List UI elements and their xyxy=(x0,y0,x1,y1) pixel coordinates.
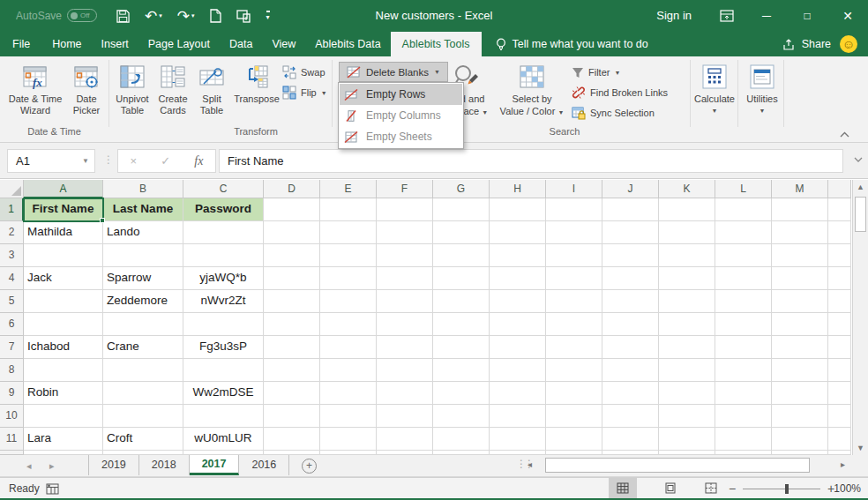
cell-F8[interactable] xyxy=(377,359,433,382)
vertical-scrollbar[interactable]: ▲ ▼ xyxy=(852,180,868,455)
row-header-1[interactable]: 1 xyxy=(0,198,24,221)
cell-M7[interactable] xyxy=(772,336,828,359)
cell-N8[interactable] xyxy=(828,359,851,382)
cell-J9[interactable] xyxy=(602,382,659,405)
cell-G9[interactable] xyxy=(433,382,490,405)
cell-M8[interactable] xyxy=(772,359,828,382)
cell-H4[interactable] xyxy=(490,267,546,290)
page-break-view-button[interactable] xyxy=(697,478,725,498)
cell-C8[interactable] xyxy=(183,359,264,382)
cell-F10[interactable] xyxy=(377,405,433,428)
page-layout-view-button[interactable] xyxy=(656,478,685,498)
cell-D1[interactable] xyxy=(264,198,320,221)
ribbon-tab[interactable]: Insert xyxy=(92,32,138,56)
cell-H1[interactable] xyxy=(490,198,546,221)
cell-J10[interactable] xyxy=(602,405,659,428)
row-header-9[interactable]: 9 xyxy=(0,382,24,405)
cell-L4[interactable] xyxy=(715,267,772,290)
cell-M10[interactable] xyxy=(772,405,828,428)
row-header-3[interactable]: 3 xyxy=(0,244,24,267)
cell-L9[interactable] xyxy=(715,382,772,405)
unpivot-table-button[interactable]: Unpivot Table xyxy=(112,58,153,136)
ribbon-tab[interactable]: File xyxy=(0,32,42,56)
sync-selection-button[interactable]: Sync Selection xyxy=(572,104,655,122)
find-broken-links-button[interactable]: Find Broken Links xyxy=(572,84,668,101)
cell-J2[interactable] xyxy=(602,221,659,244)
select-by-value-color-button[interactable]: Select by Value / Color ▼ xyxy=(498,58,566,136)
fill-handle[interactable] xyxy=(100,218,105,223)
cell-D8[interactable] xyxy=(264,359,320,382)
row-header-4[interactable]: 4 xyxy=(0,267,24,290)
row-header-5[interactable]: 5 xyxy=(0,290,24,313)
column-header-d[interactable]: D xyxy=(264,180,320,198)
cancel-entry-icon[interactable]: × xyxy=(131,154,138,168)
cell-G3[interactable] xyxy=(433,244,490,267)
cell-L6[interactable] xyxy=(715,313,772,336)
tell-me-box[interactable]: Tell me what you want to do xyxy=(496,32,648,56)
sheet-tab[interactable]: 2019 xyxy=(89,455,139,475)
cell-B4[interactable]: Sparrow xyxy=(103,267,183,290)
cell-L2[interactable] xyxy=(715,221,772,244)
cell-E9[interactable] xyxy=(320,382,377,405)
cell-J1[interactable] xyxy=(602,198,659,221)
cell-K3[interactable] xyxy=(659,244,715,267)
cell-N11[interactable] xyxy=(828,428,851,451)
insert-function-icon[interactable]: fx xyxy=(194,154,203,168)
cell-B1[interactable]: Last Name xyxy=(103,198,183,221)
cell-F9[interactable] xyxy=(377,382,433,405)
normal-view-button[interactable] xyxy=(609,478,637,498)
sign-in-button[interactable]: Sign in xyxy=(656,0,692,32)
horizontal-scrollbar-thumb[interactable] xyxy=(545,458,810,473)
zoom-slider-track[interactable] xyxy=(743,489,820,489)
column-header-j[interactable]: J xyxy=(602,180,659,198)
cell-H7[interactable] xyxy=(490,336,546,359)
cell-L5[interactable] xyxy=(715,290,772,313)
cell-E7[interactable] xyxy=(320,336,377,359)
collapse-ribbon-button[interactable] xyxy=(840,125,849,141)
maximize-button[interactable]: □ xyxy=(787,0,827,32)
column-header-l[interactable]: L xyxy=(715,180,772,198)
formula-input[interactable]: First Name xyxy=(219,149,843,173)
column-header-h[interactable]: H xyxy=(490,180,546,198)
cell-N10[interactable] xyxy=(828,405,851,428)
chevron-down-icon[interactable]: ▾ xyxy=(191,12,195,19)
cell-B9[interactable] xyxy=(103,382,183,405)
cell-A7[interactable]: Ichabod xyxy=(24,336,103,359)
cell-E5[interactable] xyxy=(320,290,377,313)
column-header-partial[interactable] xyxy=(828,180,851,198)
cell-G10[interactable] xyxy=(433,405,490,428)
cell-C9[interactable]: Ww2mDSE xyxy=(183,382,264,405)
cell-I1[interactable] xyxy=(546,198,602,221)
cell-N7[interactable] xyxy=(828,336,851,359)
menu-item-empty-columns[interactable]: Empty Columns xyxy=(340,105,462,126)
ribbon-tab[interactable]: View xyxy=(262,32,305,56)
cell-B2[interactable]: Lando xyxy=(103,221,183,244)
cell-A2[interactable]: Mathilda xyxy=(24,221,103,244)
cell-M4[interactable] xyxy=(772,267,828,290)
cell-E6[interactable] xyxy=(320,313,377,336)
cell-H8[interactable] xyxy=(490,359,546,382)
chevron-down-icon[interactable]: ▾ xyxy=(159,12,162,19)
new-sheet-button[interactable]: + xyxy=(302,459,317,474)
create-cards-button[interactable]: Create Cards xyxy=(153,58,193,136)
cell-K4[interactable] xyxy=(659,267,715,290)
cell-G2[interactable] xyxy=(433,221,490,244)
cell-D7[interactable] xyxy=(264,336,320,359)
sheet-nav-right-icon[interactable]: ▸ xyxy=(49,455,55,477)
cell-N9[interactable] xyxy=(828,382,851,405)
cell-M11[interactable] xyxy=(772,428,828,451)
cell-F7[interactable] xyxy=(377,336,433,359)
cell-C6[interactable] xyxy=(183,313,264,336)
undo-button[interactable]: ↶▾ xyxy=(145,9,162,24)
cell-I6[interactable] xyxy=(546,313,602,336)
cell-E8[interactable] xyxy=(320,359,377,382)
cell-E3[interactable] xyxy=(320,244,377,267)
cell-C11[interactable]: wU0mLUR xyxy=(183,428,264,451)
cell-K1[interactable] xyxy=(659,198,715,221)
cell-H9[interactable] xyxy=(490,382,546,405)
sheet-tab[interactable]: 2018 xyxy=(139,455,190,475)
cell-H11[interactable] xyxy=(490,428,546,451)
cell-L8[interactable] xyxy=(715,359,772,382)
cell-A8[interactable] xyxy=(24,359,103,382)
cell-J11[interactable] xyxy=(602,428,659,451)
